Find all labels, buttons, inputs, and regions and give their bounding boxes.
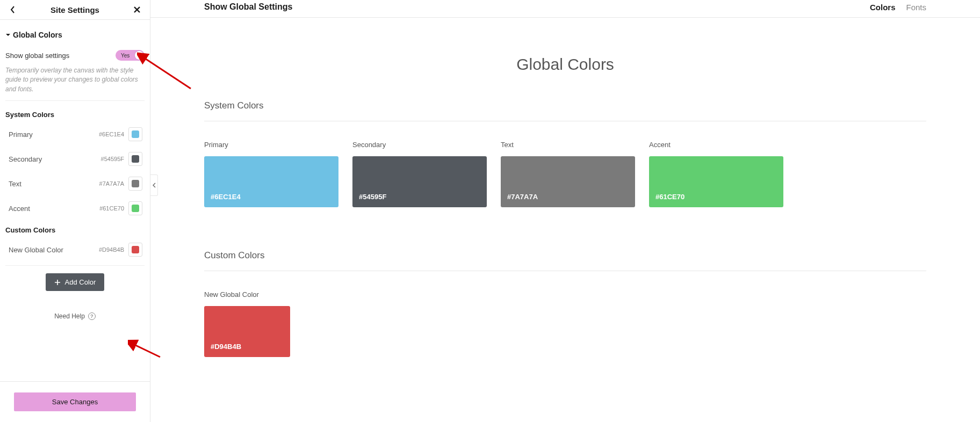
color-swatch xyxy=(132,205,139,212)
color-hex: #61CE70 xyxy=(99,205,124,212)
color-row-primary[interactable]: Primary #6EC1E4 xyxy=(5,122,145,147)
card-label: Text xyxy=(501,141,635,149)
color-swatch-box[interactable] xyxy=(128,201,142,215)
card-hex: #61CE70 xyxy=(655,193,684,201)
sidebar-header: Site Settings xyxy=(0,0,150,20)
card-hex: #54595F xyxy=(359,193,386,201)
card-label: Accent xyxy=(649,141,783,149)
toggle-knob xyxy=(135,51,143,60)
system-colors-grid: Primary #6EC1E4 Secondary #54595F Text #… xyxy=(204,141,926,207)
color-row-custom-0[interactable]: New Global Color #D94B4B xyxy=(5,237,145,262)
color-swatch-box[interactable] xyxy=(128,243,142,257)
color-card-text: Text #7A7A7A xyxy=(501,141,635,207)
color-label: Secondary xyxy=(9,155,42,163)
color-hex: #D94B4B xyxy=(99,246,124,253)
color-card-accent: Accent #61CE70 xyxy=(649,141,783,207)
custom-colors-grid: New Global Color #D94B4B xyxy=(204,290,926,357)
system-colors-title: System Colors xyxy=(204,95,926,121)
sidebar: Site Settings Global Colors Show global … xyxy=(0,0,150,422)
color-label: Accent xyxy=(9,205,30,213)
help-icon: ? xyxy=(88,312,96,320)
plus-icon xyxy=(54,279,61,286)
custom-colors-title: Custom Colors xyxy=(204,245,926,271)
color-row-secondary[interactable]: Secondary #54595F xyxy=(5,147,145,171)
add-button-label: Add Color xyxy=(65,278,96,286)
save-button-label: Save Changes xyxy=(52,398,98,406)
show-global-label: Show global settings xyxy=(5,52,69,60)
show-global-settings-row: Show global settings Yes xyxy=(5,45,145,66)
card-swatch: #D94B4B xyxy=(204,306,290,357)
color-swatch xyxy=(132,246,139,253)
close-icon[interactable] xyxy=(132,4,142,15)
canvas: Global Colors System Colors Primary #6EC… xyxy=(150,18,980,384)
tab-colors[interactable]: Colors xyxy=(870,3,896,12)
color-swatch xyxy=(132,155,139,163)
toggle-label: Yes xyxy=(121,53,129,59)
color-swatch-box[interactable] xyxy=(128,152,142,166)
card-swatch: #54595F xyxy=(352,156,487,207)
card-hex: #D94B4B xyxy=(211,343,241,351)
card-swatch: #61CE70 xyxy=(649,156,783,207)
color-swatch xyxy=(132,130,139,138)
card-swatch: #7A7A7A xyxy=(501,156,635,207)
show-global-toggle[interactable]: Yes xyxy=(116,50,145,61)
color-swatch xyxy=(132,180,139,187)
section-label: Global Colors xyxy=(13,31,62,39)
back-icon[interactable] xyxy=(8,4,18,15)
tabs: Colors Fonts xyxy=(870,3,926,12)
color-label: New Global Color xyxy=(9,246,63,254)
need-help-link[interactable]: Need Help ? xyxy=(5,291,145,328)
color-label: Text xyxy=(9,180,21,188)
global-colors-section-toggle[interactable]: Global Colors xyxy=(5,25,145,45)
card-label: Primary xyxy=(204,141,338,149)
color-card-primary: Primary #6EC1E4 xyxy=(204,141,338,207)
main-header-title: Show Global Settings xyxy=(204,2,292,12)
card-swatch: #6EC1E4 xyxy=(204,156,338,207)
tab-fonts[interactable]: Fonts xyxy=(906,3,926,12)
caret-down-icon xyxy=(5,32,11,38)
card-label: New Global Color xyxy=(204,290,290,299)
sidebar-title: Site Settings xyxy=(18,5,132,14)
page-title: Global Colors xyxy=(204,45,926,95)
color-swatch-box[interactable] xyxy=(128,127,142,141)
color-hex: #6EC1E4 xyxy=(99,131,124,137)
divider xyxy=(5,265,145,266)
color-swatch-box[interactable] xyxy=(128,177,142,191)
color-row-accent[interactable]: Accent #61CE70 xyxy=(5,196,145,221)
custom-colors-heading: Custom Colors xyxy=(5,221,145,237)
system-colors-heading: System Colors xyxy=(5,103,145,122)
color-label: Primary xyxy=(9,130,33,139)
color-hex: #54595F xyxy=(101,156,124,162)
add-color-button[interactable]: Add Color xyxy=(46,273,105,291)
card-label: Secondary xyxy=(352,141,487,149)
color-hex: #7A7A7A xyxy=(99,180,124,187)
main-header: Show Global Settings Colors Fonts xyxy=(150,0,980,18)
sidebar-content: Global Colors Show global settings Yes T… xyxy=(0,20,150,381)
card-hex: #7A7A7A xyxy=(507,193,538,201)
save-changes-button[interactable]: Save Changes xyxy=(14,392,136,411)
main: Show Global Settings Colors Fonts Global… xyxy=(150,0,980,422)
description-text: Temporarily overlay the canvas with the … xyxy=(5,66,145,101)
color-card-custom-0: New Global Color #D94B4B xyxy=(204,290,290,357)
card-hex: #6EC1E4 xyxy=(211,193,241,201)
sidebar-footer: Save Changes xyxy=(0,381,150,422)
color-card-secondary: Secondary #54595F xyxy=(352,141,487,207)
color-row-text[interactable]: Text #7A7A7A xyxy=(5,171,145,196)
need-help-label: Need Help xyxy=(54,312,85,320)
